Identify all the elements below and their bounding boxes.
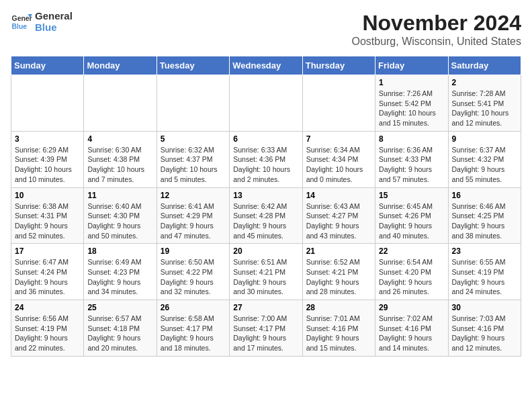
calendar-cell: 14Sunrise: 6:43 AM Sunset: 4:27 PM Dayli… xyxy=(302,187,375,244)
day-info: Sunrise: 6:56 AM Sunset: 4:19 PM Dayligh… xyxy=(15,314,80,353)
day-info: Sunrise: 6:32 AM Sunset: 4:37 PM Dayligh… xyxy=(161,145,226,185)
header-cell-friday: Friday xyxy=(375,56,448,75)
day-info: Sunrise: 7:03 AM Sunset: 4:16 PM Dayligh… xyxy=(452,314,517,353)
calendar-cell: 7Sunrise: 6:34 AM Sunset: 4:34 PM Daylig… xyxy=(302,131,375,187)
calendar-cell: 27Sunrise: 7:00 AM Sunset: 4:17 PM Dayli… xyxy=(230,300,302,357)
day-number: 5 xyxy=(161,134,226,144)
calendar-cell xyxy=(11,75,84,132)
day-number: 12 xyxy=(161,191,226,200)
calendar-cell: 2Sunrise: 7:28 AM Sunset: 5:41 PM Daylig… xyxy=(448,75,521,132)
logo-line2: Blue xyxy=(35,22,73,34)
calendar-cell: 28Sunrise: 7:01 AM Sunset: 4:16 PM Dayli… xyxy=(302,300,375,357)
calendar-cell: 13Sunrise: 6:42 AM Sunset: 4:28 PM Dayli… xyxy=(230,187,302,244)
day-info: Sunrise: 6:57 AM Sunset: 4:18 PM Dayligh… xyxy=(87,314,152,353)
day-number: 15 xyxy=(379,191,444,200)
day-info: Sunrise: 6:54 AM Sunset: 4:20 PM Dayligh… xyxy=(379,257,444,297)
day-info: Sunrise: 6:36 AM Sunset: 4:33 PM Dayligh… xyxy=(379,145,444,185)
calendar-cell: 4Sunrise: 6:30 AM Sunset: 4:38 PM Daylig… xyxy=(84,131,157,187)
day-number: 10 xyxy=(15,191,80,200)
calendar-cell: 26Sunrise: 6:58 AM Sunset: 4:17 PM Dayli… xyxy=(157,300,229,357)
day-info: Sunrise: 7:28 AM Sunset: 5:41 PM Dayligh… xyxy=(452,89,517,128)
calendar-week-3: 10Sunrise: 6:38 AM Sunset: 4:31 PM Dayli… xyxy=(11,187,521,244)
calendar-week-1: 1Sunrise: 7:26 AM Sunset: 5:42 PM Daylig… xyxy=(11,75,521,132)
header-cell-tuesday: Tuesday xyxy=(157,56,229,75)
day-number: 6 xyxy=(233,134,298,144)
logo: General Blue General Blue xyxy=(11,11,73,33)
day-info: Sunrise: 6:43 AM Sunset: 4:27 PM Dayligh… xyxy=(306,201,371,241)
day-info: Sunrise: 6:50 AM Sunset: 4:22 PM Dayligh… xyxy=(161,257,226,297)
calendar-body: 1Sunrise: 7:26 AM Sunset: 5:42 PM Daylig… xyxy=(11,75,521,357)
day-info: Sunrise: 6:38 AM Sunset: 4:31 PM Dayligh… xyxy=(15,201,80,241)
header-cell-saturday: Saturday xyxy=(448,56,521,75)
day-number: 1 xyxy=(379,78,444,87)
logo-icon: General Blue xyxy=(11,11,32,33)
calendar-cell xyxy=(157,75,229,132)
day-number: 11 xyxy=(87,191,152,200)
calendar-table: SundayMondayTuesdayWednesdayThursdayFrid… xyxy=(11,56,521,357)
day-info: Sunrise: 6:55 AM Sunset: 4:19 PM Dayligh… xyxy=(452,257,517,297)
calendar-cell: 19Sunrise: 6:50 AM Sunset: 4:22 PM Dayli… xyxy=(157,244,229,300)
day-info: Sunrise: 6:40 AM Sunset: 4:30 PM Dayligh… xyxy=(87,201,152,241)
day-number: 3 xyxy=(15,134,80,144)
day-number: 25 xyxy=(87,303,152,312)
day-number: 24 xyxy=(15,303,80,312)
day-info: Sunrise: 7:00 AM Sunset: 4:17 PM Dayligh… xyxy=(233,314,298,353)
calendar-cell: 23Sunrise: 6:55 AM Sunset: 4:19 PM Dayli… xyxy=(448,244,521,300)
calendar-cell: 24Sunrise: 6:56 AM Sunset: 4:19 PM Dayli… xyxy=(11,300,84,357)
calendar-cell: 9Sunrise: 6:37 AM Sunset: 4:32 PM Daylig… xyxy=(448,131,521,187)
calendar-cell: 17Sunrise: 6:47 AM Sunset: 4:24 PM Dayli… xyxy=(11,244,84,300)
calendar-week-4: 17Sunrise: 6:47 AM Sunset: 4:24 PM Dayli… xyxy=(11,244,521,300)
day-number: 23 xyxy=(452,246,517,256)
calendar-header: SundayMondayTuesdayWednesdayThursdayFrid… xyxy=(11,56,521,75)
day-info: Sunrise: 6:46 AM Sunset: 4:25 PM Dayligh… xyxy=(452,201,517,241)
day-info: Sunrise: 7:26 AM Sunset: 5:42 PM Dayligh… xyxy=(379,89,444,128)
day-number: 2 xyxy=(452,78,517,87)
page-title: November 2024 xyxy=(351,11,521,36)
calendar-cell: 10Sunrise: 6:38 AM Sunset: 4:31 PM Dayli… xyxy=(11,187,84,244)
day-number: 20 xyxy=(233,246,298,256)
header-row: SundayMondayTuesdayWednesdayThursdayFrid… xyxy=(11,56,521,75)
day-info: Sunrise: 6:34 AM Sunset: 4:34 PM Dayligh… xyxy=(306,145,371,185)
day-number: 9 xyxy=(452,134,517,144)
day-number: 18 xyxy=(87,246,152,256)
calendar-week-5: 24Sunrise: 6:56 AM Sunset: 4:19 PM Dayli… xyxy=(11,300,521,357)
header-cell-monday: Monday xyxy=(84,56,157,75)
day-number: 30 xyxy=(452,303,517,312)
day-info: Sunrise: 6:33 AM Sunset: 4:36 PM Dayligh… xyxy=(233,145,298,185)
day-number: 19 xyxy=(161,246,226,256)
calendar-cell xyxy=(84,75,157,132)
day-number: 7 xyxy=(306,134,371,144)
header-cell-sunday: Sunday xyxy=(11,56,84,75)
calendar-cell: 6Sunrise: 6:33 AM Sunset: 4:36 PM Daylig… xyxy=(230,131,302,187)
header: General Blue General Blue November 2024 … xyxy=(11,11,521,48)
subtitle: Oostburg, Wisconsin, United States xyxy=(351,36,521,48)
calendar-cell: 30Sunrise: 7:03 AM Sunset: 4:16 PM Dayli… xyxy=(448,300,521,357)
day-number: 29 xyxy=(379,303,444,312)
day-number: 17 xyxy=(15,246,80,256)
calendar-cell: 8Sunrise: 6:36 AM Sunset: 4:33 PM Daylig… xyxy=(375,131,448,187)
day-number: 8 xyxy=(379,134,444,144)
logo-line1: General xyxy=(35,11,73,22)
calendar-cell: 21Sunrise: 6:52 AM Sunset: 4:21 PM Dayli… xyxy=(302,244,375,300)
day-number: 28 xyxy=(306,303,371,312)
day-number: 27 xyxy=(233,303,298,312)
day-number: 22 xyxy=(379,246,444,256)
calendar-cell: 1Sunrise: 7:26 AM Sunset: 5:42 PM Daylig… xyxy=(375,75,448,132)
day-info: Sunrise: 6:47 AM Sunset: 4:24 PM Dayligh… xyxy=(15,257,80,297)
calendar-cell: 25Sunrise: 6:57 AM Sunset: 4:18 PM Dayli… xyxy=(84,300,157,357)
day-number: 14 xyxy=(306,191,371,200)
calendar-cell xyxy=(230,75,302,132)
title-section: November 2024 Oostburg, Wisconsin, Unite… xyxy=(351,11,521,48)
calendar-cell: 22Sunrise: 6:54 AM Sunset: 4:20 PM Dayli… xyxy=(375,244,448,300)
header-cell-thursday: Thursday xyxy=(302,56,375,75)
day-number: 4 xyxy=(87,134,152,144)
day-info: Sunrise: 6:37 AM Sunset: 4:32 PM Dayligh… xyxy=(452,145,517,185)
calendar-week-2: 3Sunrise: 6:29 AM Sunset: 4:39 PM Daylig… xyxy=(11,131,521,187)
day-info: Sunrise: 6:58 AM Sunset: 4:17 PM Dayligh… xyxy=(161,314,226,353)
calendar-cell: 20Sunrise: 6:51 AM Sunset: 4:21 PM Dayli… xyxy=(230,244,302,300)
day-info: Sunrise: 6:45 AM Sunset: 4:26 PM Dayligh… xyxy=(379,201,444,241)
day-info: Sunrise: 6:42 AM Sunset: 4:28 PM Dayligh… xyxy=(233,201,298,241)
day-number: 13 xyxy=(233,191,298,200)
calendar-cell: 11Sunrise: 6:40 AM Sunset: 4:30 PM Dayli… xyxy=(84,187,157,244)
day-info: Sunrise: 6:30 AM Sunset: 4:38 PM Dayligh… xyxy=(87,145,152,185)
